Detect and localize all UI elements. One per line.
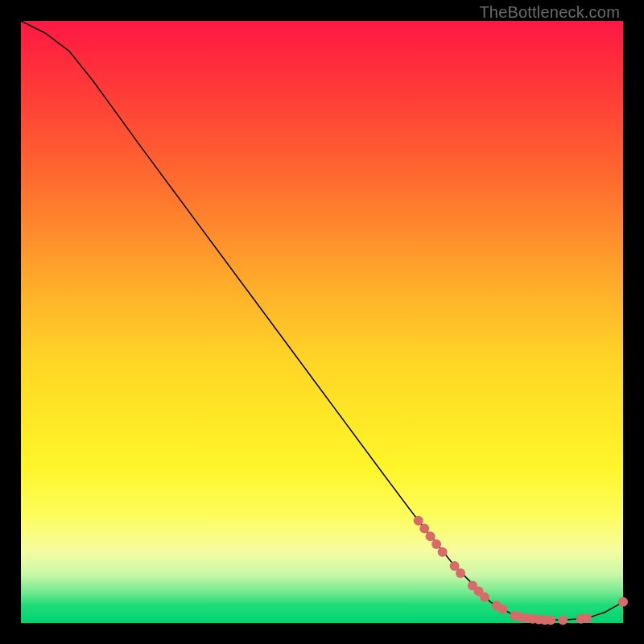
chart-stage: TheBottleneck.com (0, 0, 644, 644)
marker-point (480, 592, 489, 602)
watermark-text: TheBottleneck.com (479, 3, 620, 22)
bottleneck-curve (21, 21, 623, 620)
marker-point (558, 615, 568, 625)
highlight-markers (414, 516, 628, 625)
marker-point (431, 539, 441, 549)
marker-point (438, 547, 448, 557)
marker-point (456, 568, 465, 578)
marker-point (582, 613, 592, 623)
marker-point (497, 605, 507, 614)
marker-point (546, 615, 555, 625)
marker-point (426, 531, 436, 541)
plot-area (21, 21, 623, 623)
marker-point (618, 597, 628, 607)
marker-point (414, 516, 423, 526)
chart-svg (21, 21, 623, 623)
marker-point (419, 524, 429, 534)
